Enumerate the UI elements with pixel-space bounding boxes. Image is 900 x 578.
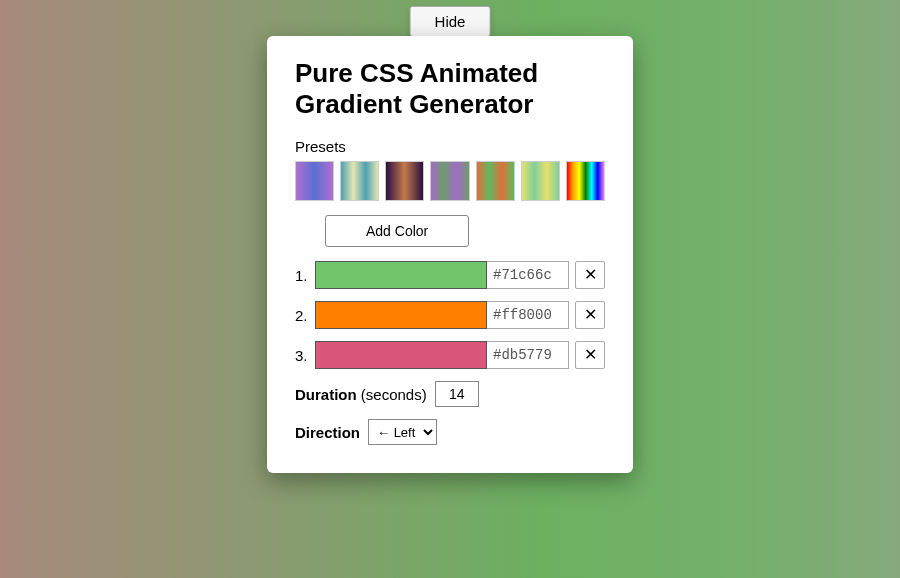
direction-label: Direction	[295, 424, 360, 441]
remove-color-button-1[interactable]: ✕	[575, 261, 605, 289]
preset-swatch-5[interactable]	[476, 161, 515, 201]
duration-input[interactable]	[435, 381, 479, 407]
color-row-2: 2. ✕	[295, 301, 605, 329]
color-index: 2.	[295, 307, 315, 324]
presets-row	[295, 161, 605, 201]
page-title: Pure CSS Animated Gradient Generator	[295, 58, 605, 120]
hide-button[interactable]: Hide	[410, 6, 491, 37]
color-hex-input-3[interactable]	[487, 341, 569, 369]
close-icon: ✕	[584, 267, 597, 283]
color-row-3: 3. ✕	[295, 341, 605, 369]
duration-label: Duration	[295, 386, 357, 403]
close-icon: ✕	[584, 347, 597, 363]
preset-swatch-4[interactable]	[430, 161, 469, 201]
preset-swatch-6[interactable]	[521, 161, 560, 201]
presets-label: Presets	[295, 138, 605, 155]
color-swatch-2[interactable]	[315, 301, 487, 329]
color-index: 1.	[295, 267, 315, 284]
preset-swatch-1[interactable]	[295, 161, 334, 201]
duration-label-unit: (seconds)	[361, 386, 427, 403]
generator-panel: Pure CSS Animated Gradient Generator Pre…	[267, 36, 633, 473]
remove-color-button-2[interactable]: ✕	[575, 301, 605, 329]
remove-color-button-3[interactable]: ✕	[575, 341, 605, 369]
direction-select[interactable]: ← Left	[368, 419, 437, 445]
duration-row: Duration (seconds)	[295, 381, 605, 407]
color-swatch-1[interactable]	[315, 261, 487, 289]
preset-swatch-3[interactable]	[385, 161, 424, 201]
direction-row: Direction ← Left	[295, 419, 605, 445]
color-index: 3.	[295, 347, 315, 364]
add-color-button[interactable]: Add Color	[325, 215, 469, 247]
color-swatch-3[interactable]	[315, 341, 487, 369]
color-hex-input-1[interactable]	[487, 261, 569, 289]
preset-swatch-7[interactable]	[566, 161, 605, 201]
color-hex-input-2[interactable]	[487, 301, 569, 329]
preset-swatch-2[interactable]	[340, 161, 379, 201]
color-row-1: 1. ✕	[295, 261, 605, 289]
close-icon: ✕	[584, 307, 597, 323]
